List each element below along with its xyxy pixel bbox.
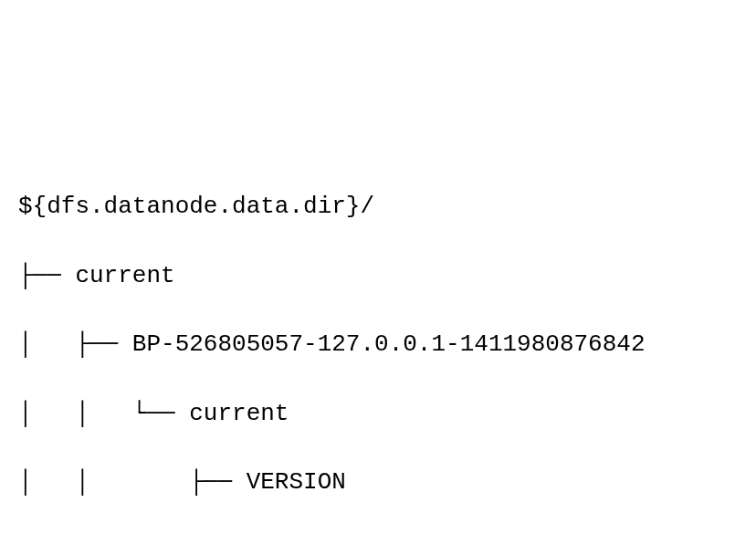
tree-line: ├── current bbox=[18, 259, 738, 294]
tree-root: ${dfs.datanode.data.dir}/ bbox=[18, 190, 738, 225]
tree-line: │ │ └── current bbox=[18, 397, 738, 432]
tree-line: │ ├── BP-526805057-127.0.0.1-14119808768… bbox=[18, 328, 738, 362]
tree-line: │ │ ├── VERSION bbox=[18, 466, 738, 500]
directory-tree: ${dfs.datanode.data.dir}/ ├── current │ … bbox=[18, 156, 738, 534]
